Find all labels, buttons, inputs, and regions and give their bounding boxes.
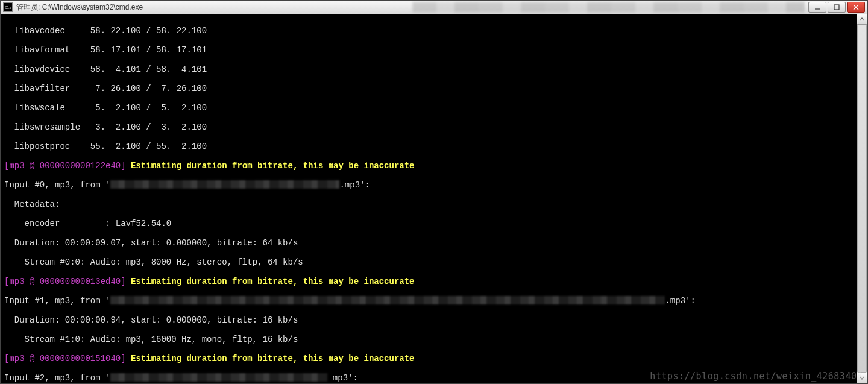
lib-line: libavfilter 7. 26.100 / 7. 26.100 bbox=[4, 84, 867, 93]
lib-line: libpostproc 55. 2.100 / 55. 2.100 bbox=[4, 142, 867, 151]
encoder-line: encoder : Lavf52.54.0 bbox=[4, 219, 867, 228]
scroll-thumb[interactable] bbox=[857, 25, 867, 373]
window-title: 管理员: C:\Windows\system32\cmd.exe bbox=[16, 2, 409, 13]
redacted-path bbox=[110, 180, 339, 189]
titlebar[interactable]: C:\ 管理员: C:\Windows\system32\cmd.exe bbox=[1, 1, 867, 14]
redacted-path bbox=[110, 373, 327, 382]
input-header: Input #0, mp3, from '.mp3': bbox=[4, 180, 867, 190]
metadata-label: Metadata: bbox=[4, 200, 867, 209]
input-header: Input #2, mp3, from ' mp3': bbox=[4, 373, 867, 383]
stream-line: Stream #1:0: Audio: mp3, 16000 Hz, mono,… bbox=[4, 335, 867, 344]
lib-line: libswresample 3. 2.100 / 3. 2.100 bbox=[4, 122, 867, 132]
warn-line: [mp3 @ 000000000013ed40] Estimating dura… bbox=[4, 277, 867, 286]
lib-line: libavformat 58. 17.101 / 58. 17.101 bbox=[4, 45, 867, 55]
window-buttons bbox=[808, 2, 865, 13]
scroll-down-button[interactable] bbox=[857, 373, 867, 383]
warn-line: [mp3 @ 0000000000122e40] Estimating dura… bbox=[4, 161, 867, 171]
background-tabs bbox=[412, 2, 805, 13]
scroll-up-button[interactable] bbox=[857, 14, 867, 25]
input-header: Input #1, mp3, from '.mp3': bbox=[4, 296, 867, 306]
redacted-path bbox=[110, 296, 665, 304]
console-output[interactable]: libavcodec 58. 22.100 / 58. 22.100 libav… bbox=[1, 14, 867, 383]
duration-line: Duration: 00:00:00.94, start: 0.000000, … bbox=[4, 315, 867, 325]
minimize-button[interactable] bbox=[808, 2, 826, 13]
scroll-track[interactable] bbox=[857, 25, 867, 373]
duration-line: Duration: 00:00:09.07, start: 0.000000, … bbox=[4, 238, 867, 248]
lib-line: libswscale 5. 2.100 / 5. 2.100 bbox=[4, 103, 867, 113]
svg-rect-1 bbox=[834, 5, 839, 10]
vertical-scrollbar[interactable] bbox=[857, 14, 867, 383]
maximize-button[interactable] bbox=[828, 2, 846, 13]
lib-line: libavdevice 58. 4.101 / 58. 4.101 bbox=[4, 65, 867, 74]
cmd-window: C:\ 管理员: C:\Windows\system32\cmd.exe lib… bbox=[0, 0, 868, 384]
lib-line: libavcodec 58. 22.100 / 58. 22.100 bbox=[4, 26, 867, 36]
cmd-icon: C:\ bbox=[3, 2, 13, 12]
warn-line: [mp3 @ 0000000000151040] Estimating dura… bbox=[4, 354, 867, 364]
close-button[interactable] bbox=[847, 2, 865, 13]
stream-line: Stream #0:0: Audio: mp3, 8000 Hz, stereo… bbox=[4, 257, 867, 267]
